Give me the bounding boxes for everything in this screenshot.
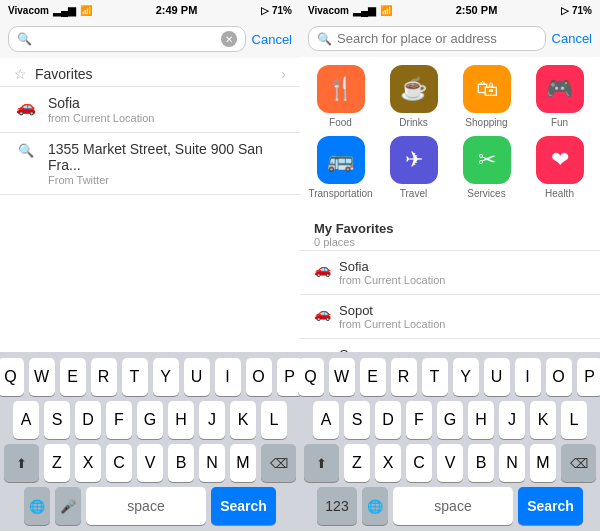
left-key-e[interactable]: E xyxy=(60,358,86,396)
right-sopot-sub: from Current Location xyxy=(339,318,586,330)
right-favorites-subtitle: 0 places xyxy=(314,236,586,248)
left-globe-key[interactable]: 🌐 xyxy=(24,487,50,525)
left-shift-key[interactable]: ⬆ xyxy=(4,444,39,482)
right-list: My Favorites 0 places 🚗 Sofia from Curre… xyxy=(300,215,600,352)
left-key-q[interactable]: Q xyxy=(0,358,24,396)
right-key-m[interactable]: M xyxy=(530,444,556,482)
left-key-y[interactable]: Y xyxy=(153,358,179,396)
right-key-r[interactable]: R xyxy=(391,358,417,396)
right-key-g[interactable]: G xyxy=(437,401,463,439)
cat-transportation[interactable]: 🚌 Transportation xyxy=(311,136,371,199)
left-favorites-chevron: › xyxy=(281,66,286,82)
right-list-item-sofia[interactable]: 🚗 Sofia from Current Location xyxy=(300,251,600,295)
right-key-q[interactable]: Q xyxy=(298,358,324,396)
left-key-j[interactable]: J xyxy=(199,401,225,439)
cat-shopping[interactable]: 🛍 Shopping xyxy=(457,65,517,128)
right-key-u[interactable]: U xyxy=(484,358,510,396)
cat-fun[interactable]: 🎮 Fun xyxy=(530,65,590,128)
left-key-b[interactable]: B xyxy=(168,444,194,482)
right-key-p[interactable]: P xyxy=(577,358,601,396)
cat-services[interactable]: ✂ Services xyxy=(457,136,517,199)
left-search-key[interactable]: Search xyxy=(211,487,276,525)
right-key-y[interactable]: Y xyxy=(453,358,479,396)
left-kb-bottom-row: 🌐 🎤 space Search xyxy=(3,487,297,525)
left-key-i[interactable]: I xyxy=(215,358,241,396)
right-cancel-button[interactable]: Cancel xyxy=(552,31,592,46)
right-key-d[interactable]: D xyxy=(375,401,401,439)
drinks-label: Drinks xyxy=(399,117,427,128)
left-cancel-button[interactable]: Cancel xyxy=(252,32,292,47)
right-list-item-sopot[interactable]: 🚗 Sopot from Current Location xyxy=(300,295,600,339)
left-search-input[interactable]: Sofia, Bulgaria xyxy=(37,32,216,47)
right-signal-icon: ▂▄▆ xyxy=(353,5,376,16)
left-key-g[interactable]: G xyxy=(137,401,163,439)
services-label: Services xyxy=(467,188,505,199)
right-globe-key[interactable]: 🌐 xyxy=(362,487,388,525)
left-key-z[interactable]: Z xyxy=(44,444,70,482)
right-key-e[interactable]: E xyxy=(360,358,386,396)
left-battery: 71% xyxy=(272,5,292,16)
right-key-s[interactable]: S xyxy=(344,401,370,439)
left-key-f[interactable]: F xyxy=(106,401,132,439)
cat-travel[interactable]: ✈ Travel xyxy=(384,136,444,199)
left-key-t[interactable]: T xyxy=(122,358,148,396)
left-search-input-wrap[interactable]: 🔍 Sofia, Bulgaria ✕ xyxy=(8,26,246,52)
right-search-input[interactable] xyxy=(337,31,537,46)
left-key-h[interactable]: H xyxy=(168,401,194,439)
right-key-c[interactable]: C xyxy=(406,444,432,482)
cat-food[interactable]: 🍴 Food xyxy=(311,65,371,128)
left-status-left: Vivacom ▂▄▆ 📶 xyxy=(8,5,92,16)
right-key-o[interactable]: O xyxy=(546,358,572,396)
right-key-w[interactable]: W xyxy=(329,358,355,396)
left-list-item-sofia[interactable]: 🚗 Sofia from Current Location xyxy=(0,87,300,133)
right-search-input-wrap[interactable]: 🔍 xyxy=(308,26,546,51)
left-backspace-key[interactable]: ⌫ xyxy=(261,444,296,482)
left-key-a[interactable]: A xyxy=(13,401,39,439)
right-shift-key[interactable]: ⬆ xyxy=(304,444,339,482)
right-key-x[interactable]: X xyxy=(375,444,401,482)
left-list-item-market[interactable]: 🔍 1355 Market Street, Suite 900 San Fra.… xyxy=(0,133,300,195)
right-num-key[interactable]: 123 xyxy=(317,487,357,525)
right-space-key[interactable]: space xyxy=(393,487,513,525)
left-key-n[interactable]: N xyxy=(199,444,225,482)
left-key-r[interactable]: R xyxy=(91,358,117,396)
star-icon: ☆ xyxy=(14,66,27,82)
left-key-x[interactable]: X xyxy=(75,444,101,482)
drinks-icon: ☕ xyxy=(390,65,438,113)
right-sofia-sub: from Current Location xyxy=(339,274,586,286)
left-clear-button[interactable]: ✕ xyxy=(221,31,237,47)
left-key-w[interactable]: W xyxy=(29,358,55,396)
right-key-l[interactable]: L xyxy=(561,401,587,439)
right-key-j[interactable]: J xyxy=(499,401,525,439)
right-key-h[interactable]: H xyxy=(468,401,494,439)
right-battery: 71% xyxy=(572,5,592,16)
right-key-v[interactable]: V xyxy=(437,444,463,482)
right-backspace-key[interactable]: ⌫ xyxy=(561,444,596,482)
right-key-z[interactable]: Z xyxy=(344,444,370,482)
left-key-d[interactable]: D xyxy=(75,401,101,439)
left-key-v[interactable]: V xyxy=(137,444,163,482)
left-space-key[interactable]: space xyxy=(86,487,206,525)
right-key-t[interactable]: T xyxy=(422,358,448,396)
right-key-b[interactable]: B xyxy=(468,444,494,482)
cat-health[interactable]: ❤ Health xyxy=(530,136,590,199)
right-list-item-sopot-cy[interactable]: 🚗 Сопот Sopot xyxy=(300,339,600,352)
left-status-bar: Vivacom ▂▄▆ 📶 2:49 PM ▷ 71% xyxy=(0,0,300,20)
right-key-n[interactable]: N xyxy=(499,444,525,482)
right-key-k[interactable]: K xyxy=(530,401,556,439)
left-key-m[interactable]: M xyxy=(230,444,256,482)
right-key-i[interactable]: I xyxy=(515,358,541,396)
left-search-result-icon: 🔍 xyxy=(14,143,38,158)
left-key-u[interactable]: U xyxy=(184,358,210,396)
left-mic-key[interactable]: 🎤 xyxy=(55,487,81,525)
left-favorites-header[interactable]: ☆ Favorites › xyxy=(0,58,300,87)
left-key-o[interactable]: O xyxy=(246,358,272,396)
cat-drinks[interactable]: ☕ Drinks xyxy=(384,65,444,128)
right-key-a[interactable]: A xyxy=(313,401,339,439)
right-search-key[interactable]: Search xyxy=(518,487,583,525)
left-key-c[interactable]: C xyxy=(106,444,132,482)
left-key-k[interactable]: K xyxy=(230,401,256,439)
left-key-l[interactable]: L xyxy=(261,401,287,439)
right-key-f[interactable]: F xyxy=(406,401,432,439)
left-key-s[interactable]: S xyxy=(44,401,70,439)
